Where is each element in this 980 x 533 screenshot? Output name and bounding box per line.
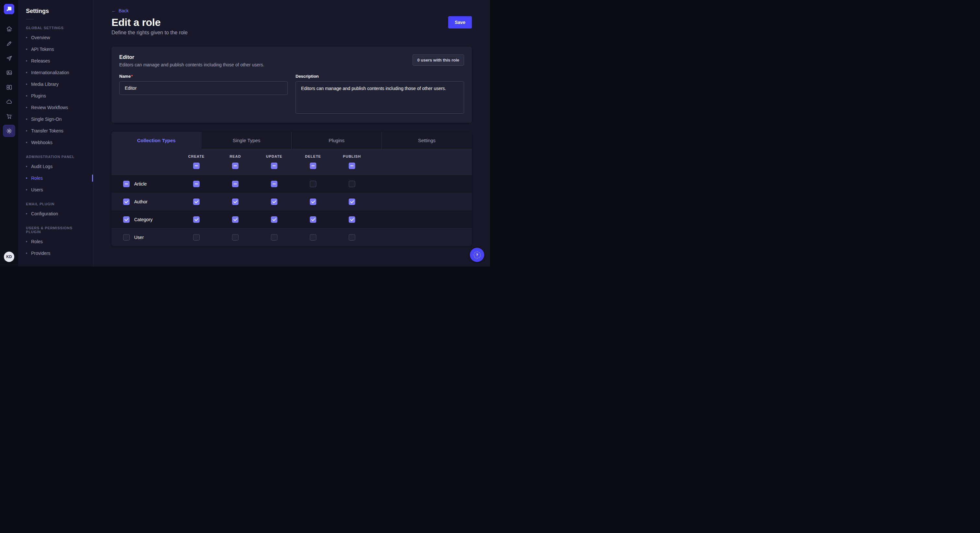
permission-checkbox[interactable] <box>193 181 200 187</box>
column-select-checkbox[interactable] <box>232 163 239 169</box>
table-row: Article <box>111 175 472 193</box>
section-label: EMAIL PLUGIN <box>18 202 93 206</box>
rail-nav <box>3 23 15 137</box>
permission-checkbox[interactable] <box>310 181 316 187</box>
permission-checkbox[interactable] <box>232 216 239 223</box>
name-field-group: Name* <box>119 74 288 115</box>
sidebar-item-review-workflows[interactable]: Review Workflows <box>18 102 93 113</box>
role-name-heading: Editor <box>119 54 264 60</box>
sidebar-item-transfer-tokens[interactable]: Transfer Tokens <box>18 125 93 136</box>
strapi-logo[interactable] <box>4 4 14 14</box>
table-row: Category <box>111 211 472 228</box>
bullet-icon <box>26 72 27 73</box>
sidebar-item-api-tokens[interactable]: API Tokens <box>18 43 93 55</box>
tab-settings[interactable]: Settings <box>382 132 472 149</box>
home-icon[interactable] <box>3 23 15 35</box>
avatar[interactable]: KD <box>4 252 14 262</box>
permission-checkbox[interactable] <box>349 234 355 241</box>
app-window: KD Settings GLOBAL SETTINGS Overview API… <box>0 0 490 266</box>
sidebar-item-internationalization[interactable]: Internationalization <box>18 67 93 78</box>
permission-checkbox[interactable] <box>310 216 316 223</box>
permission-checkbox[interactable] <box>310 198 316 205</box>
media-library-icon[interactable] <box>3 67 15 79</box>
bullet-icon <box>26 213 27 214</box>
sidebar-item-webhooks[interactable]: Webhooks <box>18 136 93 148</box>
column-header-update: UPDATE <box>266 154 282 159</box>
permission-checkbox[interactable] <box>310 234 316 241</box>
sidebar-item-label: Single Sign-On <box>31 117 62 122</box>
column-header-read: READ <box>229 154 241 159</box>
permission-checkbox[interactable] <box>232 234 239 241</box>
bullet-icon <box>26 189 27 190</box>
sidebar-item-plugins[interactable]: Plugins <box>18 90 93 102</box>
section-administration-panel: ADMINISTRATION PANEL Audit Logs Roles Us… <box>18 155 93 195</box>
sidebar-item-configuration[interactable]: Configuration <box>18 208 93 219</box>
permission-checkbox[interactable] <box>193 234 200 241</box>
permission-checkbox[interactable] <box>193 198 200 205</box>
permission-checkbox[interactable] <box>349 198 355 205</box>
description-label: Description <box>296 74 464 79</box>
name-field[interactable] <box>119 81 288 95</box>
column-select-checkbox[interactable] <box>349 163 355 169</box>
cloud-icon[interactable] <box>3 95 15 108</box>
column-select-checkbox[interactable] <box>271 163 277 169</box>
description-field-group: Description Editors can manage and publi… <box>296 74 464 115</box>
sidebar-item-audit-logs[interactable]: Audit Logs <box>18 160 93 172</box>
save-button[interactable]: Save <box>448 16 472 29</box>
sidebar-item-providers[interactable]: Providers <box>18 247 93 259</box>
row-select-checkbox[interactable] <box>123 234 130 241</box>
layout-icon[interactable] <box>3 81 15 93</box>
tab-plugins[interactable]: Plugins <box>292 132 382 149</box>
permissions-tabs: Collection Types Single Types Plugins Se… <box>111 132 472 149</box>
help-button[interactable]: ? <box>470 248 484 262</box>
sidebar-item-label: Review Workflows <box>31 105 68 110</box>
permission-checkbox[interactable] <box>193 216 200 223</box>
sidebar-item-label: Users <box>31 187 43 192</box>
sidebar-item-overview[interactable]: Overview <box>18 32 93 43</box>
description-field[interactable]: Editors can manage and publish contents … <box>296 81 464 114</box>
sidebar-item-up-roles[interactable]: Roles <box>18 236 93 247</box>
permission-checkbox[interactable] <box>271 234 277 241</box>
tab-collection-types[interactable]: Collection Types <box>111 132 202 149</box>
column-select-checkbox[interactable] <box>310 163 316 169</box>
paper-plane-icon[interactable] <box>3 52 15 64</box>
permission-checkbox[interactable] <box>271 181 277 187</box>
cart-icon[interactable] <box>3 110 15 122</box>
row-select-checkbox[interactable] <box>123 181 130 187</box>
bullet-icon <box>26 142 27 143</box>
sidebar-item-media-library[interactable]: Media Library <box>18 78 93 90</box>
permission-checkbox[interactable] <box>232 181 239 187</box>
row-select-checkbox[interactable] <box>123 198 130 205</box>
sidebar-item-label: API Tokens <box>31 47 54 52</box>
section-label: GLOBAL SETTINGS <box>18 26 93 30</box>
permission-checkbox[interactable] <box>232 198 239 205</box>
main-content: ← Back Edit a role Save Define the right… <box>93 0 490 266</box>
sidebar-item-label: Overview <box>31 35 50 40</box>
permission-checkbox[interactable] <box>349 181 355 187</box>
bullet-icon <box>26 49 27 50</box>
column-select-checkbox[interactable] <box>193 163 200 169</box>
tab-single-types[interactable]: Single Types <box>202 132 292 149</box>
bullet-icon <box>26 107 27 108</box>
name-label: Name* <box>119 74 288 79</box>
sidebar-item-label: Configuration <box>31 211 58 216</box>
back-link[interactable]: ← Back <box>111 8 129 13</box>
content-type-label: Category <box>134 217 153 222</box>
pen-icon[interactable] <box>3 37 15 49</box>
column-header-create: CREATE <box>188 154 205 159</box>
page-subtitle: Define the rights given to the role <box>111 30 472 36</box>
users-with-role-badge[interactable]: 0 users with this role <box>412 54 464 66</box>
bullet-icon <box>26 241 27 242</box>
permission-checkbox[interactable] <box>349 216 355 223</box>
sidebar-item-label: Plugins <box>31 93 46 98</box>
sidebar-item-roles[interactable]: Roles <box>18 172 93 184</box>
settings-icon[interactable] <box>3 125 15 137</box>
sidebar-item-users[interactable]: Users <box>18 184 93 195</box>
permission-checkbox[interactable] <box>271 216 277 223</box>
row-select-checkbox[interactable] <box>123 216 130 223</box>
sidebar-item-releases[interactable]: Releases <box>18 55 93 67</box>
sidebar-item-single-sign-on[interactable]: Single Sign-On <box>18 113 93 125</box>
permission-checkbox[interactable] <box>271 198 277 205</box>
required-asterisk: * <box>131 74 132 79</box>
nav-rail: KD <box>0 0 18 266</box>
